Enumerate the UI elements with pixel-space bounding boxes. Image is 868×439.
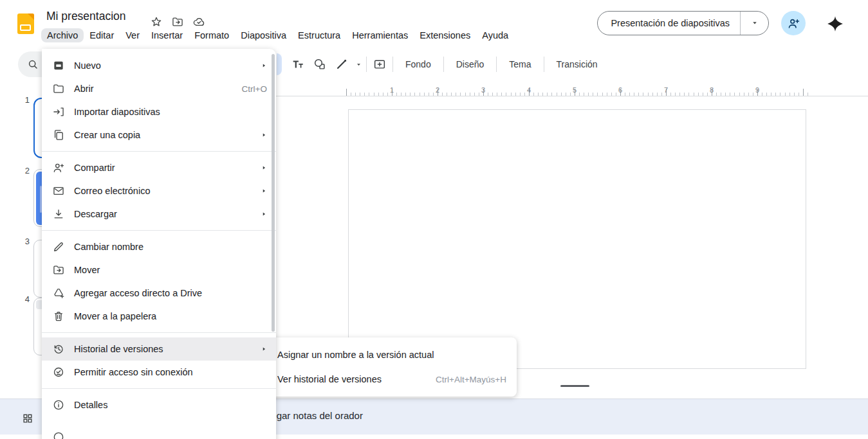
ruler-number: 4 <box>522 86 535 94</box>
ruler-number: 2 <box>431 86 444 94</box>
trash-icon <box>52 310 65 323</box>
menu-item-historial-de-versiones[interactable]: Historial de versiones <box>42 337 276 361</box>
slide-number: 4 <box>17 294 30 304</box>
menu-bar: Archivo Editar Ver Insertar Formato Diap… <box>41 28 514 42</box>
menu-insertar[interactable]: Insertar <box>145 28 189 42</box>
slide-number: 3 <box>17 237 30 246</box>
present-button[interactable]: Presentación de diapositivas <box>597 11 769 35</box>
ruler-number: 3 <box>477 86 490 94</box>
background-button[interactable]: Fondo <box>395 54 441 75</box>
menu-ver[interactable]: Ver <box>120 28 145 42</box>
submenu-arrow-icon <box>261 188 267 194</box>
menu-archivo[interactable]: Archivo <box>41 28 84 42</box>
submenu-arrow-icon <box>261 62 267 69</box>
menu-item-permitir-acceso-sin-conexion[interactable]: Permitir acceso sin conexión <box>42 361 276 384</box>
menu-editar[interactable]: Editar <box>84 28 120 42</box>
shape-icon[interactable] <box>309 54 331 75</box>
move-icon[interactable] <box>171 15 184 28</box>
grid-view-icon[interactable] <box>21 412 34 425</box>
sparkle-icon[interactable] <box>826 14 845 33</box>
menu-scrollbar[interactable] <box>272 54 275 332</box>
notes-resize-handle[interactable] <box>560 385 589 387</box>
menu-diapositiva[interactable]: Diapositiva <box>235 28 292 42</box>
menu-item-detalles[interactable]: Detalles <box>42 393 276 417</box>
share-button[interactable] <box>781 11 806 35</box>
copy-icon <box>52 129 65 141</box>
chevron-down-icon <box>751 19 759 27</box>
ruler-number: 9 <box>751 86 764 94</box>
pencil-icon <box>52 240 65 253</box>
line-icon[interactable] <box>331 54 353 75</box>
person-add-icon <box>787 17 800 30</box>
menu-item-correo-electronico[interactable]: Correo electrónico <box>42 179 276 202</box>
menu-separator <box>42 230 276 231</box>
version-history-submenu: Asignar un nombre a la versión actual Ve… <box>267 337 517 397</box>
history-icon <box>52 343 65 355</box>
shortcut: Ctrl+O <box>242 84 267 94</box>
textbox-icon[interactable] <box>287 54 309 75</box>
theme-button[interactable]: Tema <box>499 54 541 75</box>
menu-ayuda[interactable]: Ayuda <box>476 28 514 42</box>
menu-item-nuevo[interactable]: Nuevo <box>42 54 276 77</box>
submenu-arrow-icon <box>261 211 267 217</box>
submenu-arrow-icon <box>261 346 267 352</box>
menu-item-mover-a-la-papelera[interactable]: Mover a la papelera <box>42 305 276 328</box>
slides-logo-icon[interactable] <box>17 13 34 34</box>
header: Mi presentacion Archivo Editar Ver Inser… <box>0 0 868 49</box>
cloud-check-icon[interactable] <box>192 15 205 28</box>
menu-item-partial[interactable] <box>42 426 276 439</box>
slide-filmstrip: 1 2 3 4 <box>0 49 42 399</box>
frame-plus-icon[interactable] <box>369 54 391 75</box>
drive-shortcut-add-icon <box>52 287 65 300</box>
slide-canvas[interactable] <box>348 109 806 369</box>
menu-estructura[interactable]: Estructura <box>292 28 346 42</box>
menu-extensiones[interactable]: Extensiones <box>414 28 476 42</box>
ruler-number: 5 <box>568 86 581 94</box>
transition-button[interactable]: Transición <box>546 54 608 75</box>
shortcut: Ctrl+Alt+Mayús+H <box>436 375 506 384</box>
menu-item-compartir[interactable]: Compartir <box>42 156 276 179</box>
globe-icon <box>52 431 65 439</box>
envelope-icon <box>52 184 65 197</box>
folder-icon <box>52 82 65 95</box>
menu-item-crear-una-copia[interactable]: Crear una copia <box>42 123 276 147</box>
menu-item-cambiar-nombre[interactable]: Cambiar nombre <box>42 235 276 258</box>
line-caret-icon[interactable] <box>353 54 364 75</box>
menu-herramientas[interactable]: Herramientas <box>346 28 414 42</box>
import-icon <box>52 105 65 118</box>
present-button-label[interactable]: Presentación de diapositivas <box>598 12 740 35</box>
document-title[interactable]: Mi presentacion <box>46 10 126 23</box>
menu-separator <box>42 332 276 333</box>
google-slides-window: 1 2 3 4 1 2 3 4 5 6 7 8 9 Agregar no <box>0 0 868 439</box>
submenu-item-ver-historial[interactable]: Ver historial de versiones Ctrl+Alt+Mayú… <box>267 367 517 391</box>
menu-formato[interactable]: Formato <box>189 28 235 42</box>
star-icon[interactable] <box>150 15 163 28</box>
menu-item-mover[interactable]: Mover <box>42 258 276 282</box>
menu-item-descargar[interactable]: Descargar <box>42 202 276 226</box>
download-icon <box>52 208 65 220</box>
ruler-number: 8 <box>705 86 718 94</box>
search-icon <box>26 58 39 71</box>
ruler-ticks: 1 2 3 4 5 6 7 8 9 <box>346 85 808 96</box>
menu-separator <box>42 151 276 152</box>
menu-separator <box>42 388 276 389</box>
submenu-arrow-icon <box>261 132 267 138</box>
ruler-number: 1 <box>385 86 398 94</box>
menu-item-agregar-acceso-directo[interactable]: Agregar acceso directo a Drive <box>42 282 276 305</box>
person-add-icon <box>52 161 65 174</box>
submenu-item-asignar-nombre[interactable]: Asignar un nombre a la versión actual <box>267 343 517 367</box>
present-options-caret[interactable] <box>740 12 768 35</box>
submenu-arrow-icon <box>261 165 267 171</box>
ruler-number: 7 <box>660 86 672 94</box>
folder-move-icon <box>52 264 65 276</box>
active-tool-highlight <box>277 53 282 75</box>
layout-button[interactable]: Diseño <box>446 54 495 75</box>
file-menu: Nuevo Abrir Ctrl+O Importar diapositivas… <box>42 49 276 439</box>
offline-check-icon <box>52 366 65 379</box>
slides-file-icon <box>52 59 65 72</box>
info-icon <box>52 399 65 411</box>
menu-item-abrir[interactable]: Abrir Ctrl+O <box>42 77 276 100</box>
ruler-number: 6 <box>614 86 627 94</box>
menu-item-importar-diapositivas[interactable]: Importar diapositivas <box>42 100 276 123</box>
slide-number: 2 <box>17 166 30 175</box>
